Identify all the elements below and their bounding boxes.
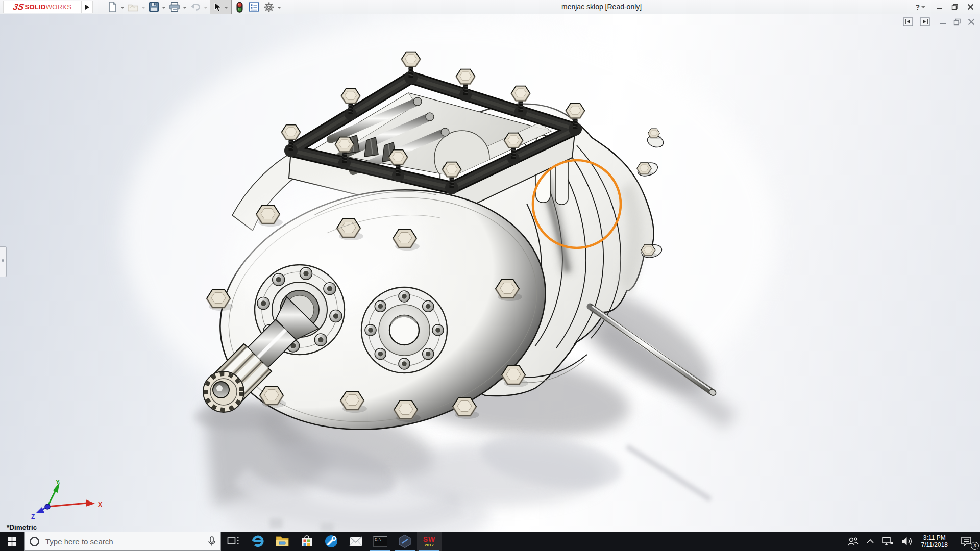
- store-icon: [300, 535, 313, 548]
- windows-logo-icon: [8, 537, 16, 546]
- lower-hub: [361, 287, 447, 373]
- doc-restore-button[interactable]: [953, 18, 961, 26]
- undo-icon: [190, 2, 201, 12]
- solidworks-2017-icon: SW 2017: [423, 536, 436, 547]
- volume-button[interactable]: [897, 532, 917, 551]
- print-dropdown-caret[interactable]: [183, 7, 187, 9]
- settings-dropdown-caret[interactable]: [277, 7, 281, 9]
- triad-z-label: Z: [31, 513, 35, 520]
- brand-works: WORKS: [46, 3, 72, 11]
- restore-button[interactable]: [951, 4, 959, 10]
- select-dropdown-caret[interactable]: [224, 7, 228, 9]
- next-pane-button[interactable]: [920, 17, 930, 26]
- ds-logo-icon: 3S: [12, 3, 24, 11]
- cortana-icon: [29, 536, 40, 547]
- save-button[interactable]: [148, 1, 160, 13]
- stoplight-icon: [236, 2, 243, 13]
- model-canvas[interactable]: Y X Z: [0, 14, 980, 532]
- open-button[interactable]: [127, 1, 140, 13]
- new-dropdown-caret[interactable]: [120, 7, 125, 9]
- system-tray: 3:11 PM 7/11/2018 3: [843, 532, 980, 551]
- close-button[interactable]: [967, 4, 974, 10]
- print-icon: [169, 2, 180, 12]
- undo-dropdown-caret[interactable]: [204, 7, 208, 9]
- spline-collar: [203, 371, 244, 412]
- task-view-button[interactable]: [221, 532, 246, 551]
- taskbar-app-solidworks[interactable]: SW 2017: [417, 532, 442, 551]
- task-view-icon: [227, 536, 239, 547]
- pane-handle-dot: [2, 259, 4, 262]
- quick-toolbar: [106, 0, 283, 14]
- chevron-up-icon: [866, 538, 874, 544]
- property-list-icon: [249, 2, 259, 12]
- titlebar: 3S SOLIDWORKS: [0, 0, 980, 14]
- taskbar-search[interactable]: [24, 532, 221, 551]
- network-icon: [881, 536, 894, 546]
- taskbar-app-support-tool[interactable]: [319, 532, 344, 551]
- graphics-viewport[interactable]: Y X Z *Dimetric: [0, 14, 980, 532]
- start-button[interactable]: [0, 532, 24, 551]
- taskbar-app-command-prompt[interactable]: C:\_: [368, 532, 393, 551]
- support-tool-icon: [324, 534, 338, 548]
- new-document-icon: [107, 2, 118, 12]
- mail-icon: [349, 535, 363, 547]
- new-document-button[interactable]: [106, 1, 119, 13]
- clock-time: 3:11 PM: [923, 534, 946, 541]
- feature-pane-handle[interactable]: [0, 246, 7, 277]
- file-explorer-icon: [275, 535, 289, 548]
- minimize-button[interactable]: [936, 4, 943, 10]
- menu-expand-button[interactable]: [82, 1, 93, 13]
- taskbar-app-dev-hub[interactable]: [393, 532, 417, 551]
- triad-x-label: X: [98, 501, 102, 508]
- windows-taskbar: C:\_ SW 2017: [0, 532, 980, 551]
- save-dropdown-caret[interactable]: [162, 7, 166, 9]
- doc-minimize-button[interactable]: [940, 18, 947, 26]
- save-icon: [149, 2, 159, 12]
- taskbar-app-edge[interactable]: [246, 532, 270, 551]
- select-cursor-icon: [211, 2, 222, 12]
- help-dropdown-caret: [921, 6, 925, 8]
- clock-date: 7/11/2018: [921, 541, 948, 548]
- property-list-button[interactable]: [248, 1, 260, 13]
- edge-icon: [251, 534, 265, 548]
- triad-y-label: Y: [56, 479, 60, 486]
- orientation-triad: Y X Z: [31, 479, 102, 520]
- previous-pane-button[interactable]: [903, 17, 913, 26]
- print-button[interactable]: [168, 1, 181, 13]
- taskbar-clock[interactable]: 3:11 PM 7/11/2018: [917, 532, 953, 551]
- taskbar-app-mail[interactable]: [344, 532, 368, 551]
- document-window-controls: [903, 17, 975, 26]
- hidden-icons-button[interactable]: [863, 532, 878, 551]
- help-button[interactable]: ?: [915, 3, 927, 11]
- expand-arrow-icon: [85, 5, 89, 10]
- window-controls: ?: [915, 0, 974, 14]
- settings-button[interactable]: [262, 1, 276, 13]
- document-title: menjac sklop [Read-only]: [561, 3, 642, 11]
- action-center-button[interactable]: 3: [952, 532, 980, 551]
- solidworks-logo: 3S SOLIDWORKS: [3, 1, 82, 13]
- brand-solid: SOLID: [24, 3, 45, 11]
- network-button[interactable]: [878, 532, 897, 551]
- open-dropdown-caret[interactable]: [141, 7, 145, 9]
- doc-close-button[interactable]: [968, 18, 975, 26]
- command-prompt-icon: C:\_: [373, 536, 387, 547]
- undo-button[interactable]: [189, 1, 202, 13]
- people-icon: [847, 536, 859, 547]
- microphone-icon[interactable]: [208, 536, 216, 546]
- open-icon: [128, 2, 139, 12]
- taskbar-app-file-explorer[interactable]: [270, 532, 295, 551]
- notification-badge: 3: [971, 542, 979, 550]
- people-button[interactable]: [843, 532, 863, 551]
- speaker-icon: [901, 536, 913, 546]
- select-tool-button[interactable]: [210, 0, 232, 14]
- rebuild-button[interactable]: [235, 1, 244, 13]
- gear-icon: [263, 2, 275, 13]
- view-orientation-label: *Dimetric: [7, 523, 37, 531]
- search-input[interactable]: [44, 537, 203, 546]
- taskbar-app-store[interactable]: [295, 532, 319, 551]
- dev-hub-icon: [398, 534, 412, 548]
